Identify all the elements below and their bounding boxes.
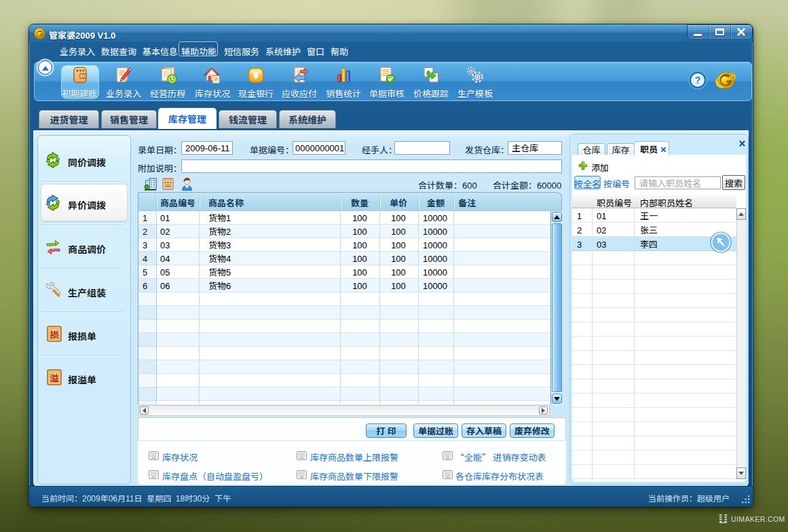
svg-text:损: 损 — [50, 328, 58, 341]
svg-text:溢: 溢 — [50, 371, 58, 384]
